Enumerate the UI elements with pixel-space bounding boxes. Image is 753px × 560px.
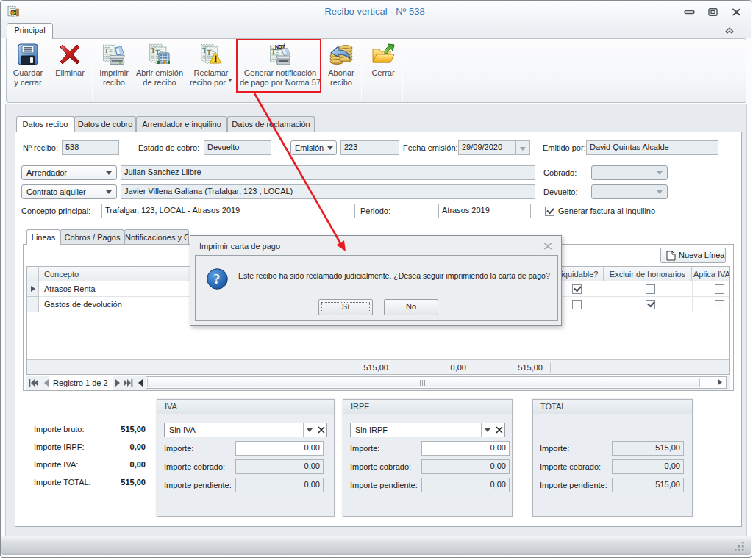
svg-text:?: ? <box>213 272 220 287</box>
